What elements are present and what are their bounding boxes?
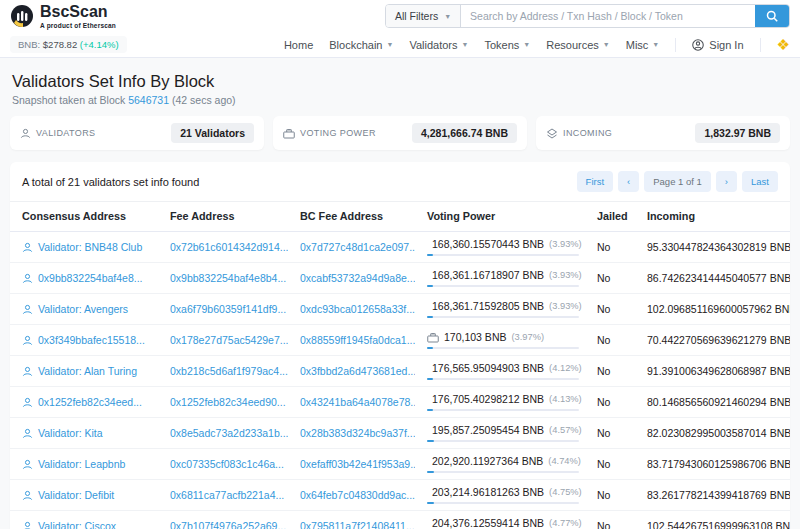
nav-item-resources[interactable]: Resources▼ — [546, 39, 610, 51]
incoming-value: 91.391006349628068987 BNB — [635, 356, 790, 387]
voting-power-bar — [427, 316, 579, 318]
fee-address-link[interactable]: 0x72b61c6014342d914... — [170, 241, 288, 253]
fee-address-link[interactable]: 0x178e27d75ac5429e7... — [170, 334, 288, 346]
search-bar: All Filters ▼ — [385, 4, 790, 28]
fee-address-link[interactable]: 0xb218c5d6af1f979ac4... — [170, 365, 288, 377]
fee-address-link[interactable]: 0x8e5adc73a2d233a1b... — [170, 427, 288, 439]
consensus-address-link[interactable]: Validator: Leapbnb — [38, 458, 125, 470]
voting-power-value: 204,376.12559414 BNB — [432, 517, 544, 529]
consensus-address-link[interactable]: Validator: BNB48 Club — [38, 241, 142, 253]
bc-fee-address-link[interactable]: 0x43241ba64a4078e78... — [300, 396, 415, 408]
snapshot-suffix: (42 secs ago) — [172, 94, 236, 106]
bc-fee-address-link[interactable]: 0xcabf53732a94d9a8e... — [300, 272, 415, 284]
pagination-last-button[interactable]: Last — [742, 171, 778, 192]
pagination-first-button[interactable]: First — [577, 171, 613, 192]
nav-item-label: Validators — [409, 39, 457, 51]
table-row: Validator: Kita 0x8e5adc73a2d233a1b... 0… — [10, 418, 790, 449]
consensus-address-link[interactable]: Validator: Defibit — [38, 489, 114, 501]
voting-power-percent: (4.74%) — [548, 456, 581, 466]
consensus-address-link[interactable]: Validator: Ciscox — [38, 520, 116, 529]
consensus-address-link[interactable]: 0x1252feb82c34eed... — [38, 396, 142, 408]
voting-power-bar — [427, 254, 579, 256]
jailed-value: No — [585, 387, 635, 418]
pagination-page-indicator: Page 1 of 1 — [644, 171, 711, 192]
jailed-value: No — [585, 356, 635, 387]
voting-power-card-label: VOTING POWER — [300, 128, 376, 138]
nav-item-label: Home — [284, 39, 313, 51]
search-filter-label: All Filters — [395, 10, 438, 22]
sign-in-button[interactable]: Sign In — [692, 39, 743, 51]
binance-chain-icon[interactable]: ❖ — [777, 37, 790, 52]
ballot-icon — [427, 332, 439, 343]
incoming-card-label: INCOMING — [563, 128, 612, 138]
fee-address-link[interactable]: 0x7b107f4976a252a69... — [170, 520, 286, 529]
chevron-down-icon: ▼ — [386, 41, 393, 48]
snapshot-info: Snapshot taken at Block 5646731 (42 secs… — [12, 94, 788, 106]
fee-address-link[interactable]: 0x9bb832254baf4e8b4... — [170, 272, 286, 284]
bc-fee-address-link[interactable]: 0x3fbbd2a6d473681ed... — [300, 365, 415, 377]
jailed-value: No — [585, 418, 635, 449]
table-row: 0x3f349bbafec15518... 0x178e27d75ac5429e… — [10, 325, 790, 356]
voting-power-percent: (3.97%) — [511, 332, 544, 342]
bc-fee-address-link[interactable]: 0x88559ff1945fa0dca1... — [300, 334, 415, 346]
bc-fee-address-link[interactable]: 0x7d727c48d1ca2e097... — [300, 241, 415, 253]
voting-power-value: 168,361.71592805 BNB — [432, 300, 544, 312]
voting-power-bar — [427, 378, 579, 380]
table-row: Validator: Alan Turing 0xb218c5d6af1f979… — [10, 356, 790, 387]
bc-fee-address-link[interactable]: 0xefaff03b42e41f953a9... — [300, 458, 415, 470]
voting-power-percent: (4.77%) — [549, 518, 582, 528]
fee-address-link[interactable]: 0xc07335cf083c1c46a... — [170, 458, 284, 470]
incoming-value: 83.717943060125986706 BNB — [635, 449, 790, 480]
nav-item-blockchain[interactable]: Blockchain▼ — [329, 39, 393, 51]
user-icon — [22, 490, 33, 501]
nav-divider — [760, 38, 761, 52]
voting-power-card-value: 4,281,666.74 BNB — [412, 123, 517, 143]
bc-fee-address-link[interactable]: 0x64feb7c04830dd9ac... — [300, 489, 415, 501]
voting-power-value: 202,920.11927364 BNB — [432, 455, 543, 467]
bc-fee-address-link[interactable]: 0x28b383d324bc9a37f... — [300, 427, 415, 439]
voting-power-bar — [427, 347, 579, 349]
bc-fee-address-link[interactable]: 0x795811a7f21408411... — [300, 520, 415, 529]
search-filter-dropdown[interactable]: All Filters ▼ — [386, 5, 461, 27]
user-icon — [22, 397, 33, 408]
pagination-next-button[interactable]: › — [716, 171, 737, 192]
nav-item-home[interactable]: Home — [284, 39, 313, 51]
nav-item-misc[interactable]: Misc▼ — [626, 39, 660, 51]
block-number-link[interactable]: 5646731 — [128, 94, 169, 106]
jailed-value: No — [585, 480, 635, 511]
nav-item-validators[interactable]: Validators▼ — [409, 39, 468, 51]
bnb-price-badge: BNB: $278.82 (+4.14%) — [10, 36, 127, 53]
fee-address-link[interactable]: 0xa6f79b60359f141df9... — [170, 303, 286, 315]
consensus-address-link[interactable]: Validator: Avengers — [38, 303, 128, 315]
chevron-down-icon: ▼ — [603, 41, 610, 48]
incoming-value: 83.261778214399418769 BNB — [635, 480, 790, 511]
fee-address-link[interactable]: 0x6811ca77acfb221a4... — [170, 489, 284, 501]
table-row: Validator: Avengers 0xa6f79b60359f141df9… — [10, 294, 790, 325]
table-row: Validator: Leapbnb 0xc07335cf083c1c46a..… — [10, 449, 790, 480]
search-input[interactable] — [461, 5, 755, 27]
user-icon — [22, 459, 33, 470]
nav-item-tokens[interactable]: Tokens▼ — [484, 39, 530, 51]
user-icon — [22, 428, 33, 439]
voting-power-value: 176,565.95094903 BNB — [432, 362, 544, 374]
consensus-address-link[interactable]: Validator: Alan Turing — [38, 365, 137, 377]
table-row: Validator: Defibit 0x6811ca77acfb221a4..… — [10, 480, 790, 511]
search-button[interactable] — [755, 5, 789, 27]
bscscan-logo[interactable]: BscScan A product of Etherscan — [10, 4, 116, 29]
voting-power-value: 203,214.96181263 BNB — [432, 486, 544, 498]
voting-power-bar-fill — [427, 502, 434, 504]
nav-divider — [675, 38, 676, 52]
bscscan-logo-icon — [10, 4, 34, 28]
voting-power-percent: (3.93%) — [549, 239, 582, 249]
main-content: Validators Set Info By Block Snapshot ta… — [0, 58, 800, 529]
pagination-prev-button[interactable]: ‹ — [618, 171, 639, 192]
consensus-address-link[interactable]: Validator: Kita — [38, 427, 103, 439]
fee-address-link[interactable]: 0x1252feb82c34eed90... — [170, 396, 286, 408]
consensus-address-link[interactable]: 0x9bb832254baf4e8... — [38, 272, 143, 284]
bc-fee-address-link[interactable]: 0xdc93bca012658a33f... — [300, 303, 415, 315]
consensus-address-link[interactable]: 0x3f349bbafec15518... — [38, 334, 145, 346]
incoming-value: 80.146856560921460294 BNB — [635, 387, 790, 418]
nav-item-label: Resources — [546, 39, 599, 51]
pagination: First ‹ Page 1 of 1 › Last — [577, 171, 778, 192]
voting-power-percent: (4.13%) — [549, 394, 582, 404]
